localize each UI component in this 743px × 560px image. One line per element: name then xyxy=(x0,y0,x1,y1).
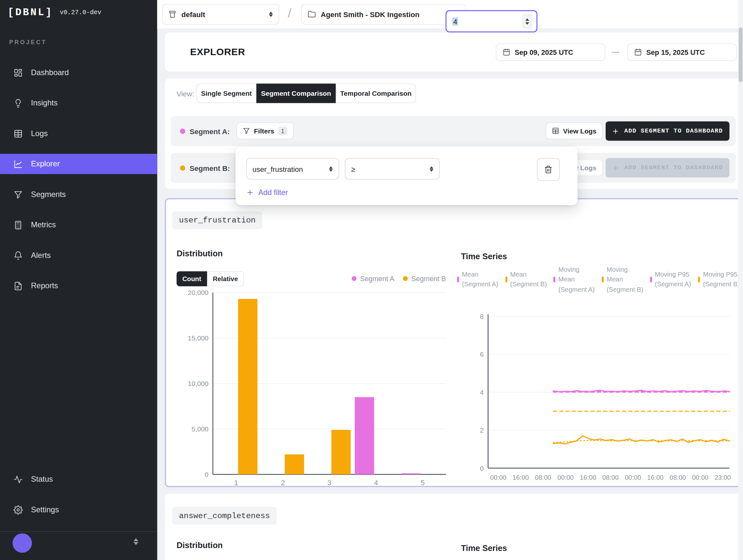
sidebar-item-settings[interactable]: Settings xyxy=(0,500,158,520)
distribution-heading: Distribution xyxy=(177,541,223,550)
sidebar-item-explorer[interactable]: Explorer xyxy=(0,154,158,174)
svg-text:1: 1 xyxy=(234,479,238,487)
svg-text:3: 3 xyxy=(327,479,332,487)
sidebar-item-status[interactable]: Status xyxy=(0,469,158,489)
chart-line-icon xyxy=(13,159,23,169)
legend-item-segment-a: Segment A xyxy=(352,275,394,282)
sidebar-item-label: Insights xyxy=(31,99,58,107)
plus-icon xyxy=(612,127,619,135)
sidebar-item-segments[interactable]: Segments xyxy=(0,184,158,205)
funnel-icon xyxy=(13,190,23,199)
app-version: v0.27.0-dev xyxy=(60,9,101,16)
workspace-selector[interactable]: default xyxy=(162,4,279,25)
calculator-icon xyxy=(13,220,23,230)
timeseries-heading: Time Series xyxy=(461,544,507,553)
filters-count-badge: 1 xyxy=(278,126,287,135)
sidebar-divider xyxy=(0,531,158,532)
folder-icon xyxy=(308,10,316,19)
svg-text:00:00: 00:00 xyxy=(490,474,507,481)
add-to-dashboard-label: ADD SEGMENT TO DASHBOARD xyxy=(624,128,723,134)
sidebar-item-reports[interactable]: Reports xyxy=(0,276,158,296)
svg-text:20,000: 20,000 xyxy=(188,289,208,296)
bell-icon xyxy=(13,251,23,260)
sidebar-item-label: Logs xyxy=(31,129,48,138)
add-filter-link[interactable]: Add filter xyxy=(246,188,288,197)
metric-card-answer-completeness xyxy=(165,494,742,560)
chevron-updown-icon xyxy=(329,166,333,172)
toggle-count[interactable]: Count xyxy=(177,272,207,287)
segment-a-add-to-dashboard-button[interactable]: ADD SEGMENT TO DASHBOARD xyxy=(606,122,730,141)
tab-single-segment[interactable]: Single Segment xyxy=(196,84,256,103)
sidebar-item-label: Settings xyxy=(31,506,59,514)
metric-name-pill: user_frustration xyxy=(172,212,262,230)
calendar-icon xyxy=(634,48,642,56)
count-relative-toggle: Count Relative xyxy=(177,272,244,287)
filter-operator-select[interactable]: ≥ xyxy=(345,158,440,180)
metric-name-pill: answer_completeness xyxy=(172,507,277,525)
add-to-dashboard-label: ADD SEGMENT TO DASHBOARD xyxy=(624,165,723,171)
svg-text:00:00: 00:00 xyxy=(692,474,708,481)
sidebar-item-label: Reports xyxy=(31,281,58,290)
toggle-relative[interactable]: Relative xyxy=(207,272,244,287)
date-to-value: Sep 15, 2025 UTC xyxy=(646,48,705,56)
sidebar-item-label: Metrics xyxy=(31,221,56,229)
scrollbar-track[interactable] xyxy=(738,0,743,560)
table-icon xyxy=(552,127,560,135)
dashboard-icon xyxy=(13,68,23,77)
svg-text:0: 0 xyxy=(480,465,484,472)
filter-field-select[interactable]: user_frustration xyxy=(246,158,339,180)
filter-operator-value: ≥ xyxy=(351,165,430,173)
segment-a-view-logs-button[interactable]: View Logs xyxy=(545,123,603,140)
svg-text:0: 0 xyxy=(205,471,209,478)
table-icon xyxy=(13,129,23,138)
sidebar-item-label: Dashboard xyxy=(31,68,69,77)
date-from-picker[interactable]: Sep 09, 2025 UTC xyxy=(496,44,605,61)
svg-text:2: 2 xyxy=(281,479,285,487)
tab-segment-comparison[interactable]: Segment Comparison xyxy=(256,84,336,103)
svg-text:08:00: 08:00 xyxy=(602,474,619,481)
sidebar-item-alerts[interactable]: Alerts xyxy=(0,245,158,266)
sidebar-item-label: Segments xyxy=(31,190,66,199)
timeseries-heading: Time Series xyxy=(461,252,507,262)
activity-icon xyxy=(13,475,23,484)
legend-item: Moving P95 (Segment B) xyxy=(698,265,742,294)
svg-text:2: 2 xyxy=(480,426,484,434)
segment-b-add-to-dashboard-button[interactable]: ADD SEGMENT TO DASHBOARD xyxy=(606,158,730,178)
segment-a-filters-button[interactable]: Filters 1 xyxy=(237,123,294,140)
scrollbar-thumb[interactable] xyxy=(739,28,743,83)
svg-text:16:00: 16:00 xyxy=(647,474,664,481)
svg-text:6: 6 xyxy=(480,351,484,358)
sidebar-item-label: Status xyxy=(31,475,53,483)
svg-text:4: 4 xyxy=(480,388,484,396)
sidebar-item-logs[interactable]: Logs xyxy=(0,124,158,144)
segment-b-label: Segment B: xyxy=(190,164,230,173)
view-toggle-group: Single Segment Segment Comparison Tempor… xyxy=(196,84,416,103)
legend-item: Mean (Segment B) xyxy=(505,265,549,294)
sidebar-item-dashboard[interactable]: Dashboard xyxy=(0,62,158,83)
sidebar-section-project: PROJECT xyxy=(9,39,47,45)
calendar-icon xyxy=(503,48,511,56)
sidebar-item-label: Explorer xyxy=(31,159,60,168)
date-to-picker[interactable]: Sep 15, 2025 UTC xyxy=(627,44,737,61)
filter-value-text: 4 xyxy=(452,17,458,26)
page-title: EXPLORER xyxy=(190,46,246,58)
filter-value-input[interactable]: 4 xyxy=(446,10,537,33)
legend-item: Moving P95 (Segment A) xyxy=(650,265,694,294)
sidebar-item-insights[interactable]: Insights xyxy=(0,93,158,113)
delete-filter-button[interactable] xyxy=(537,158,560,181)
view-label: View: xyxy=(177,90,194,98)
project-selector[interactable]: Agent Smith - SDK Ingestion xyxy=(302,4,466,25)
svg-text:23:00: 23:00 xyxy=(715,474,731,481)
user-menu-chevron-icon[interactable] xyxy=(133,539,138,545)
legend-item: Mean (Segment A) xyxy=(457,265,501,294)
tab-temporal-comparison[interactable]: Temporal Comparison xyxy=(336,84,416,103)
sidebar-item-label: Alerts xyxy=(31,251,51,260)
number-stepper-icon[interactable] xyxy=(522,13,533,29)
dbnl-logo: [DBNL] xyxy=(8,7,53,18)
svg-text:10,000: 10,000 xyxy=(188,380,208,387)
filters-button-label: Filters xyxy=(254,127,274,135)
sidebar-item-metrics[interactable]: Metrics xyxy=(0,215,158,235)
svg-text:16:00: 16:00 xyxy=(513,474,529,481)
user-avatar[interactable] xyxy=(12,533,32,553)
timeseries-legend: Mean (Segment A) Mean (Segment B) Moving… xyxy=(457,265,742,294)
